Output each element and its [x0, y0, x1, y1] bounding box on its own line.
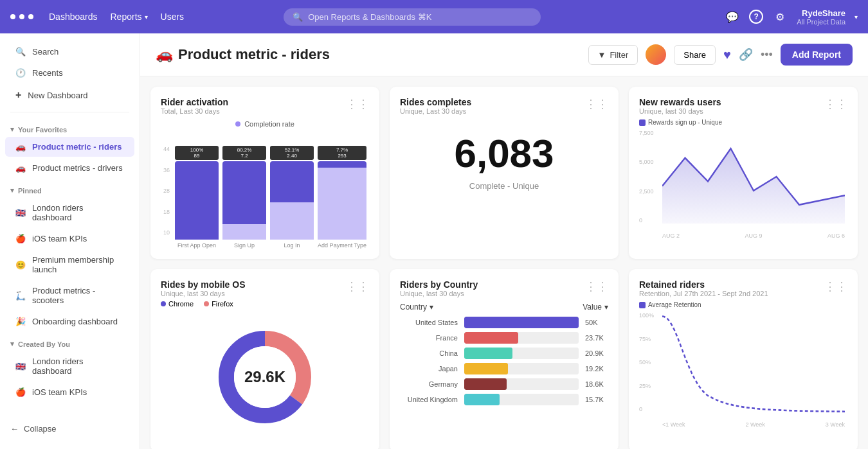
more-options-button[interactable]: •••: [761, 48, 773, 62]
card-header: Rider activation Total, Last 30 days ⋮⋮: [161, 97, 369, 115]
favorite-button[interactable]: ♥: [723, 48, 731, 62]
sidebar-pinned-section[interactable]: ▾ Pinned: [0, 179, 140, 197]
sidebar-item-london-created[interactable]: 🇬🇧 London riders dashboard: [5, 351, 134, 381]
car-title-icon: 🚗: [156, 46, 173, 63]
col-value[interactable]: Value ▾: [583, 303, 608, 312]
topnav-right: 💬 ? ⚙ RydeShare All Project Data ▾: [725, 8, 858, 26]
hbar-fill: [464, 378, 507, 390]
line-chart-rewards: 7,5005,0002,5000 AUG 2AUG 9A: [639, 130, 847, 239]
share-button[interactable]: Share: [674, 45, 716, 65]
hbar-value: 20.9K: [585, 349, 608, 357]
sidebar-divider-1: [10, 112, 129, 112]
page-title: 🚗 Product metric - riders: [156, 46, 330, 63]
rewards-chart-svg: [662, 130, 845, 224]
add-report-button[interactable]: Add Report: [781, 44, 853, 66]
smiley-icon: 😊: [15, 260, 26, 270]
card-riders-by-country: Riders by Country Unique, last 30 days ⋮…: [390, 269, 619, 449]
hbar-row: United States 50K: [400, 317, 608, 328]
sidebar-new-dashboard[interactable]: + New Dashboard: [5, 84, 134, 106]
nav-dashboards[interactable]: Dashboards: [49, 12, 98, 22]
hbar-track: [464, 394, 579, 405]
logo: [10, 14, 33, 19]
card-menu-button[interactable]: ⋮⋮: [824, 279, 847, 294]
card-subtitle: Unique, last 30 days: [400, 290, 478, 297]
card-menu-button[interactable]: ⋮⋮: [346, 97, 369, 111]
apple-icon: 🍎: [15, 234, 26, 243]
sort-icon: ▾: [429, 303, 433, 312]
hbar-track: [464, 348, 579, 359]
link-button[interactable]: 🔗: [739, 48, 753, 62]
hbar-track: [464, 317, 579, 328]
card-retained-riders: Retained riders Retention, Jul 27th 2021…: [629, 269, 858, 449]
hbar-value: 19.2K: [585, 365, 608, 373]
filter-icon: ▼: [598, 50, 606, 60]
chevron-down-icon: ▾: [10, 186, 14, 195]
sidebar-collapse[interactable]: ← Collapse: [0, 416, 140, 441]
card-header: Riders by Country Unique, last 30 days ⋮…: [400, 279, 608, 297]
sidebar-item-ios-created[interactable]: 🍎 iOS team KPIs: [5, 382, 134, 402]
card-subtitle: Unique, last 30 days: [161, 290, 245, 297]
donut-chart: 29.6K: [161, 313, 369, 441]
sidebar-item-scooters[interactable]: 🛴 Product metrics - scooters: [5, 281, 134, 310]
user-dropdown-icon[interactable]: ▾: [854, 13, 858, 21]
big-number-value: 6,083: [400, 130, 608, 176]
sidebar-item-product-metrics-drivers[interactable]: 🚗 Product metrics - drivers: [5, 158, 134, 178]
hbar-row: Japan 19.2K: [400, 363, 608, 374]
sidebar-created-section[interactable]: ▾ Created By You: [0, 332, 140, 351]
hbar-column-headers: Country ▾ Value ▾: [400, 303, 608, 312]
search-icon: 🔍: [15, 47, 26, 57]
global-search[interactable]: 🔍 Open Reports & Dashboards ⌘K: [284, 8, 541, 26]
avatar: [646, 44, 666, 65]
sidebar-item-product-metric-riders[interactable]: 🚗 Product metric - riders: [5, 137, 134, 157]
hbar-track: [464, 378, 579, 390]
sidebar-item-onboarding[interactable]: 🎉 Onboarding dashboard: [5, 312, 134, 331]
card-title: Retained riders: [639, 279, 768, 290]
card-header: Retained riders Retention, Jul 27th 2021…: [639, 279, 847, 297]
legend-dot: [235, 121, 240, 127]
sidebar-item-ios-kpis[interactable]: 🍎 iOS team KPIs: [5, 229, 134, 249]
col-country[interactable]: Country ▾: [400, 303, 458, 312]
hbar-fill: [464, 394, 500, 405]
big-number-label: Complete - Unique: [400, 181, 608, 191]
hbar-fill: [464, 363, 508, 374]
help-icon[interactable]: ?: [749, 10, 763, 24]
notifications-icon[interactable]: 💬: [725, 9, 740, 24]
hbar-row: United Kingdom 15.7K: [400, 394, 608, 405]
flag-gb-icon: 🇬🇧: [15, 208, 26, 218]
card-menu-button[interactable]: ⋮⋮: [346, 279, 369, 294]
sidebar-search[interactable]: 🔍 Search: [5, 42, 134, 62]
sidebar-item-premium[interactable]: 😊 Premium membership launch: [5, 250, 134, 279]
card-menu-button[interactable]: ⋮⋮: [824, 97, 847, 111]
card-subtitle: Retention, Jul 27th 2021 - Sept 2nd 2021: [639, 290, 768, 297]
card-subtitle: Unique, Last 30 days: [400, 107, 471, 115]
card-menu-button[interactable]: ⋮⋮: [585, 279, 608, 294]
chart-legend: Average Retention: [639, 301, 847, 308]
app-layout: 🔍 Search 🕐 Recents + New Dashboard ▾ You…: [0, 33, 868, 449]
card-title: Rider activation: [161, 97, 228, 107]
card-header: Rides completes Unique, Last 30 days ⋮⋮: [400, 97, 608, 115]
hbar-value: 18.6K: [585, 380, 608, 388]
apple-icon: 🍎: [15, 387, 26, 397]
sidebar-favorites-section[interactable]: ▾ Your Favorites: [0, 118, 140, 136]
card-rides-mobile-os: Rides by mobile OS Unique, last 30 days …: [150, 269, 379, 449]
nav-links: Dashboards Reports ▾ Users: [49, 12, 184, 22]
chevron-down-icon: ▾: [10, 125, 14, 134]
hbar-row: France 23.7K: [400, 332, 608, 344]
filter-button[interactable]: ▼ Filter: [588, 45, 638, 65]
hbar-fill: [464, 348, 512, 359]
card-menu-button[interactable]: ⋮⋮: [585, 97, 608, 111]
hbar-country-label: France: [400, 334, 458, 342]
hbar-country-label: Japan: [400, 365, 458, 373]
chevron-down-icon: ▾: [10, 340, 14, 348]
hbar-value: 50K: [585, 319, 608, 326]
bar-log-in: 52.1%2.40 Log In: [270, 146, 314, 249]
sidebar-item-london-riders[interactable]: 🇬🇧 London riders dashboard: [5, 198, 134, 227]
sidebar-recents[interactable]: 🕐 Recents: [5, 63, 134, 83]
settings-icon[interactable]: ⚙: [772, 9, 788, 24]
nav-users[interactable]: Users: [161, 12, 185, 22]
nav-reports[interactable]: Reports ▾: [111, 12, 148, 22]
retention-chart: 100%75%50%25%0 <1 Week2 Week3 Week: [639, 312, 847, 428]
chart-legend: Completion rate: [161, 120, 369, 128]
main-actions: ▼ Filter Share ♥ 🔗 ••• Add Report: [588, 44, 853, 66]
hbar-fill: [464, 332, 518, 344]
